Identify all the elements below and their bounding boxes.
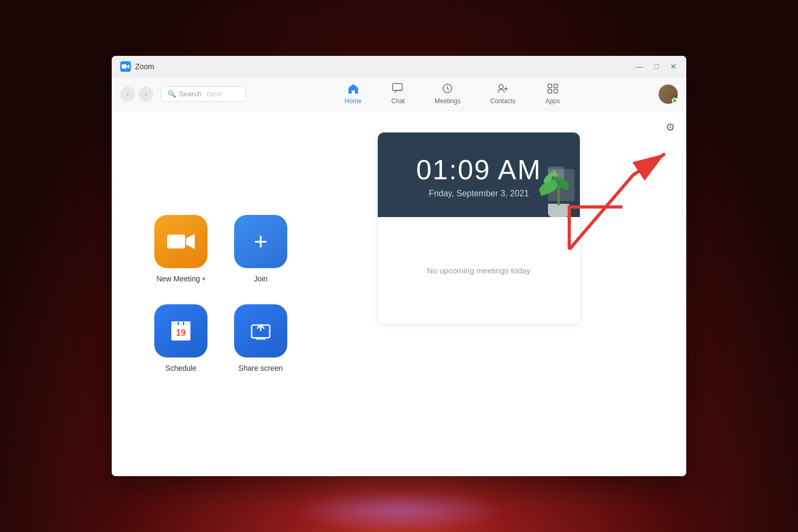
schedule-button[interactable]: 19 (154, 304, 207, 358)
no-meetings-message: No upcoming meetings today (427, 266, 530, 275)
search-label: Search (179, 90, 201, 98)
clock-time: 01:09 AM (416, 154, 542, 186)
new-meeting-item[interactable]: New Meeting ▾ (154, 215, 207, 283)
clock-section: 01:09 AM Friday, September 3, 2021 (378, 132, 580, 217)
actions-row-2: 19 Schedule (154, 304, 287, 372)
contacts-icon (497, 83, 509, 96)
search-icon: 🔍 (168, 90, 176, 98)
close-button[interactable]: ✕ (669, 62, 678, 71)
svg-rect-9 (167, 235, 185, 248)
meetings-section: No upcoming meetings today (378, 217, 580, 323)
share-screen-icon (250, 321, 272, 341)
minimize-button[interactable]: — (635, 62, 644, 71)
tab-home-label: Home (345, 97, 362, 105)
tab-chat-label: Chat (392, 97, 405, 105)
window-controls: — □ ✕ (635, 62, 678, 71)
search-shortcut: Ctrl+F (206, 91, 222, 97)
new-meeting-label: New Meeting (156, 275, 200, 283)
schedule-item[interactable]: 19 Schedule (154, 304, 207, 372)
plant-pot (548, 204, 569, 217)
tab-chat[interactable]: Chat (377, 80, 420, 108)
nav-tabs: Home Chat (330, 80, 575, 108)
nav-left: ‹ › 🔍 Search Ctrl+F (120, 86, 246, 102)
right-panel: 01:09 AM Friday, September 3, 2021 No up… (367, 111, 686, 476)
calendar-icon: 19 (169, 321, 193, 340)
join-button[interactable]: + (234, 215, 287, 268)
tab-meetings-label: Meetings (435, 97, 461, 105)
nav-bar: ‹ › 🔍 Search Ctrl+F Home (112, 77, 686, 111)
schedule-label: Schedule (165, 364, 196, 372)
chat-icon (392, 83, 404, 96)
calendar-card: 01:09 AM Friday, September 3, 2021 No up… (378, 132, 580, 323)
nav-right (659, 85, 678, 104)
online-indicator (672, 98, 677, 103)
join-label: Join (254, 275, 268, 283)
actions-row-1: New Meeting ▾ + Join (154, 215, 287, 283)
main-content: ⚙ (112, 111, 686, 476)
tab-apps-label: Apps (545, 97, 560, 105)
join-item[interactable]: + Join (234, 215, 287, 283)
tab-apps[interactable]: Apps (530, 80, 575, 108)
svg-rect-7 (554, 89, 558, 93)
clock-date: Friday, September 3, 2021 (429, 189, 529, 198)
meetings-icon (442, 83, 453, 96)
svg-rect-5 (554, 84, 558, 88)
svg-rect-0 (122, 64, 127, 69)
maximize-button[interactable]: □ (652, 62, 661, 71)
settings-button[interactable]: ⚙ (663, 120, 678, 135)
actions-area: New Meeting ▾ + Join (112, 111, 367, 476)
plus-icon: + (254, 230, 268, 253)
title-bar: Zoom — □ ✕ (112, 56, 686, 77)
new-meeting-label-row: New Meeting ▾ (156, 275, 205, 283)
decoration-shape-1 (548, 169, 575, 201)
tab-home[interactable]: Home (330, 80, 377, 108)
home-icon (347, 83, 359, 96)
tab-contacts[interactable]: Contacts (476, 80, 530, 108)
svg-rect-4 (548, 84, 552, 88)
back-button[interactable]: ‹ (120, 87, 135, 102)
title-left: Zoom (120, 61, 154, 72)
search-box[interactable]: 🔍 Search Ctrl+F (161, 86, 246, 102)
svg-rect-6 (548, 89, 552, 93)
svg-rect-11 (183, 322, 184, 325)
window-title: Zoom (135, 62, 154, 71)
zoom-window: Zoom — □ ✕ ‹ › 🔍 Search Ctrl+F (112, 56, 686, 476)
forward-button[interactable]: › (138, 87, 153, 102)
share-screen-button[interactable] (234, 304, 287, 358)
video-camera-icon (167, 232, 195, 251)
new-meeting-dropdown-icon: ▾ (202, 276, 205, 282)
svg-rect-10 (178, 322, 179, 325)
apps-icon (547, 83, 559, 96)
tab-meetings[interactable]: Meetings (420, 80, 476, 108)
svg-point-3 (499, 85, 503, 89)
user-avatar[interactable] (659, 85, 678, 104)
share-screen-label: Share screen (238, 364, 282, 372)
new-meeting-button[interactable] (154, 215, 207, 268)
zoom-logo-icon (120, 61, 131, 72)
svg-rect-1 (393, 84, 402, 90)
tab-contacts-label: Contacts (491, 97, 516, 105)
share-screen-item[interactable]: Share screen (234, 304, 287, 372)
